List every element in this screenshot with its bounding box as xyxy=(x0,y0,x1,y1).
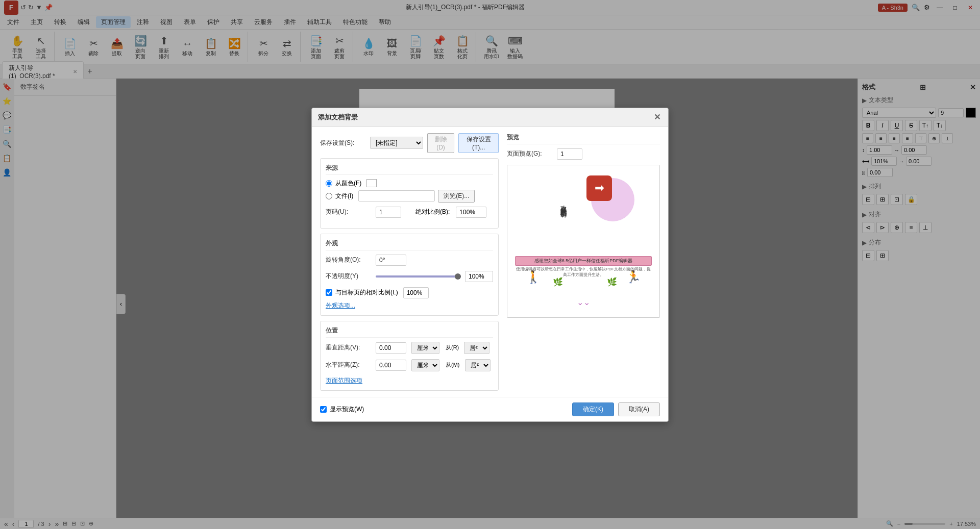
modal-header: 添加文档背景 ✕ xyxy=(312,108,668,127)
add-background-modal: 添加文档背景 ✕ 保存设置(S): [未指定] 删除(D) 保存设置(T)...… xyxy=(311,108,669,422)
page-range-link-row: 页面范围选项 xyxy=(326,376,493,385)
preview-double-arrow: ⌄⌄ xyxy=(577,297,590,307)
advanced-link-row: 外观选项... xyxy=(326,301,493,310)
appearance-section: 外观 旋转角度(O): 不透明度(Y) xyxy=(320,234,499,316)
vertical-row: 垂直距离(V): 厘米 从(R) 居中 xyxy=(326,342,493,354)
ok-button[interactable]: 确定(K) xyxy=(572,402,614,416)
page-ratio-row: 页码(U): 绝对比例(B): xyxy=(326,207,493,218)
vertical-from-select[interactable]: 居中 xyxy=(464,342,489,354)
modal-overlay: 添加文档背景 ✕ 保存设置(S): [未指定] 删除(D) 保存设置(T)...… xyxy=(0,0,980,529)
from-color-radio[interactable] xyxy=(326,180,332,187)
source-section: 来源 从颜色(F) 文件(I) 浏览(E)... xyxy=(320,158,499,229)
modal-left: 保存设置(S): [未指定] 删除(D) 保存设置(T)... 来源 从颜色(F… xyxy=(320,133,499,391)
rotation-row: 旋转角度(O): xyxy=(326,255,493,266)
from-file-row: 文件(I) 浏览(E)... xyxy=(326,190,493,203)
footer-left: 显示预览(W) xyxy=(320,405,364,414)
scale-input[interactable] xyxy=(403,287,429,298)
preview-label: 预览 xyxy=(507,133,660,144)
color-swatch[interactable] xyxy=(366,179,377,187)
page-preview-label: 页面预览(G): xyxy=(507,149,553,158)
source-label: 来源 xyxy=(326,164,493,175)
page-range-link[interactable]: 页面范围选项 xyxy=(326,377,362,384)
save-settings-select[interactable]: [未指定] xyxy=(370,137,423,149)
preview-desc: 使用编辑器可以帮您在日常工作生活中，快速解决PDF文档方面的问题，提高工作方面提… xyxy=(515,266,652,278)
ratio-input[interactable] xyxy=(456,207,486,218)
save-settings-label: 保存设置(S): xyxy=(320,139,366,147)
advanced-link[interactable]: 外观选项... xyxy=(326,302,355,309)
vertical-unit-select[interactable]: 厘米 xyxy=(411,342,439,354)
modal-footer: 显示预览(W) 确定(K) 取消(A) xyxy=(312,397,668,421)
scale-row: 与目标页的相对比例(L) xyxy=(326,287,493,298)
page-preview-input[interactable] xyxy=(557,148,582,160)
preview-plant-left: 🌿 xyxy=(553,277,563,287)
preview-content: ➟ 欢迎来到福昕 🚶 🏃 🌿 🌿 感谢您如全 xyxy=(507,165,659,317)
horizontal-input[interactable] xyxy=(376,360,406,371)
file-path-input[interactable] xyxy=(358,190,435,201)
from-file-label: 文件(I) xyxy=(335,192,353,200)
modal-body: 保存设置(S): [未指定] 删除(D) 保存设置(T)... 来源 从颜色(F… xyxy=(312,127,668,397)
opacity-label: 不透明度(Y) xyxy=(326,272,372,281)
from-r-label: 从(R) xyxy=(446,344,459,351)
from-file-radio[interactable] xyxy=(326,193,332,199)
save-settings-row: 保存设置(S): [未指定] 删除(D) 保存设置(T)... xyxy=(320,133,499,153)
horizontal-row: 水平距离(Z): 厘米 从(M) 居中 xyxy=(326,359,493,371)
app-icon-symbol: ➟ xyxy=(595,182,604,195)
show-preview-checkbox[interactable] xyxy=(320,406,327,413)
page-input[interactable] xyxy=(376,207,401,218)
ratio-label: 绝对比例(B): xyxy=(415,208,450,216)
horizontal-from-select[interactable]: 居中 xyxy=(465,359,491,371)
appearance-label: 外观 xyxy=(326,239,493,250)
browse-button[interactable]: 浏览(E)... xyxy=(438,190,475,203)
vertical-input[interactable] xyxy=(376,342,406,354)
rotation-input[interactable] xyxy=(376,255,406,266)
position-section: 位置 垂直距离(V): 厘米 从(R) 居中 水平距离(Z): xyxy=(320,321,499,391)
footer-right: 确定(K) 取消(A) xyxy=(572,402,660,416)
horizontal-unit-select[interactable]: 厘米 xyxy=(411,359,439,371)
modal-title: 添加文档背景 xyxy=(318,113,358,122)
delete-settings-button[interactable]: 删除(D) xyxy=(427,133,454,153)
opacity-slider[interactable] xyxy=(376,275,461,278)
preview-app-icon: ➟ xyxy=(586,175,612,201)
opacity-input[interactable] xyxy=(465,271,493,282)
preview-plant-right: 🌿 xyxy=(607,277,617,287)
modal-right: 预览 页面预览(G): ➟ xyxy=(507,133,660,391)
page-label: 页码(U): xyxy=(326,208,372,216)
from-m-label: 从(M) xyxy=(446,361,460,369)
scale-checkbox[interactable] xyxy=(326,289,332,296)
preview-inner: ➟ 欢迎来到福昕 🚶 🏃 🌿 🌿 感谢您如全 xyxy=(507,165,659,317)
rotation-label: 旋转角度(O): xyxy=(326,256,372,264)
preview-box: ➟ 欢迎来到福昕 🚶 🏃 🌿 🌿 感谢您如全 xyxy=(507,165,660,318)
vertical-label: 垂直距离(V): xyxy=(326,343,372,352)
horizontal-label: 水平距离(Z): xyxy=(326,361,372,369)
page-preview-row: 页面预览(G): xyxy=(507,148,660,160)
position-label: 位置 xyxy=(326,326,493,338)
cancel-button[interactable]: 取消(A) xyxy=(618,402,660,416)
opacity-row: 不透明度(Y) xyxy=(326,271,493,282)
from-color-row: 从颜色(F) xyxy=(326,179,493,188)
save-settings-button[interactable]: 保存设置(T)... xyxy=(458,133,499,153)
show-preview-label: 显示预览(W) xyxy=(330,405,364,414)
scale-label: 与目标页的相对比例(L) xyxy=(335,288,398,297)
from-color-label: 从颜色(F) xyxy=(335,179,361,188)
preview-welcome-text: 欢迎来到福昕 xyxy=(559,201,568,207)
preview-banner: 感谢您如全球6.5亿用户一样信任福昕PDF编辑器 xyxy=(515,256,652,266)
modal-close-button[interactable]: ✕ xyxy=(652,112,662,122)
opacity-slider-container xyxy=(376,271,493,282)
source-radio-group: 从颜色(F) 文件(I) 浏览(E)... xyxy=(326,179,493,203)
